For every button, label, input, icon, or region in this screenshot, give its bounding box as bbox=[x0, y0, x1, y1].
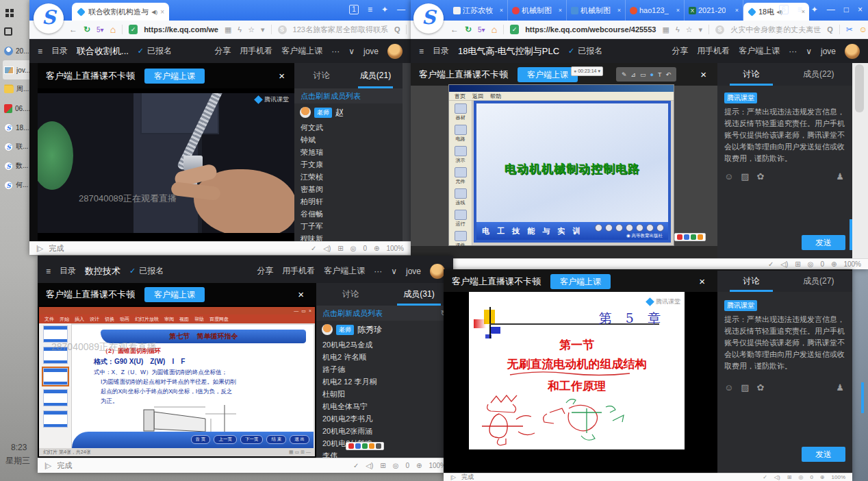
catalog-button[interactable]: 目录 bbox=[60, 265, 76, 277]
zoom-icon[interactable]: ⊕ bbox=[831, 260, 837, 268]
slide-nav-button[interactable]: 下一页 bbox=[240, 435, 264, 444]
browser-tab[interactable]: 机械制图× bbox=[567, 0, 626, 21]
panel-scrollbar[interactable] bbox=[403, 63, 411, 241]
flash-icon[interactable]: ϟ bbox=[676, 25, 680, 34]
username[interactable]: jove bbox=[406, 267, 421, 276]
member-shortcut-icon[interactable]: ♟ bbox=[836, 382, 844, 393]
ppt-ribbon-tab[interactable]: 审阅 bbox=[164, 316, 174, 323]
watch-on-phone-button[interactable]: 用手机看 bbox=[240, 45, 272, 57]
chevron-down-icon[interactable]: ∨ bbox=[348, 47, 355, 56]
image-icon[interactable]: ▨ bbox=[741, 382, 749, 393]
tab-members[interactable]: 成员(22) bbox=[785, 63, 853, 86]
tab-members[interactable]: 成员(31) bbox=[385, 283, 453, 306]
avatar[interactable] bbox=[845, 44, 860, 59]
client-class-button[interactable]: 客户端上课 bbox=[739, 45, 780, 57]
triangle-icon[interactable]: ⊿ bbox=[631, 71, 637, 78]
ppt-ribbon-tab[interactable]: 设计 bbox=[90, 316, 99, 323]
chevron-down-icon[interactable]: ∨ bbox=[391, 267, 397, 276]
reload-icon[interactable]: ↻ bbox=[465, 25, 472, 34]
tab-close-icon[interactable]: × bbox=[617, 7, 621, 14]
slide-thumbnail[interactable] bbox=[43, 389, 68, 406]
repair-kit-icon[interactable]: ⊞ bbox=[795, 260, 800, 268]
security-shield-icon[interactable]: ✓ bbox=[129, 25, 138, 34]
tab-count[interactable]: 1 bbox=[349, 5, 359, 14]
player-buttons[interactable] bbox=[595, 224, 664, 232]
browser-tab[interactable]: hao123_× bbox=[626, 0, 685, 21]
courseware-tool[interactable]: 演示 bbox=[449, 146, 472, 166]
menu-icon[interactable]: ≡ bbox=[368, 5, 372, 14]
sound-icon[interactable]: ◁) bbox=[323, 245, 331, 252]
like-icon[interactable]: ◎ bbox=[393, 462, 399, 469]
flash-icon[interactable]: ϟ bbox=[238, 25, 242, 34]
home-icon[interactable]: ⌂ bbox=[110, 24, 116, 35]
sogou-logo-icon[interactable]: S bbox=[34, 3, 64, 34]
flower-icon[interactable]: ✿ bbox=[757, 382, 765, 393]
tab-discussion[interactable]: 讨论 bbox=[717, 63, 785, 86]
chevron-down-icon[interactable]: ∨ bbox=[806, 47, 812, 56]
ppt-ribbon-tab[interactable]: 幻灯片放映 bbox=[135, 316, 159, 323]
tab-count[interactable]: 6 bbox=[779, 5, 789, 14]
reload-icon[interactable]: ↻ bbox=[84, 25, 90, 34]
ppt-ribbon-tab[interactable]: 开始 bbox=[60, 316, 69, 323]
slide-nav-button[interactable]: 结 束 bbox=[266, 435, 286, 444]
tab-discussion[interactable]: 讨论 bbox=[316, 283, 385, 306]
sound-icon[interactable]: ◁) bbox=[366, 462, 373, 469]
menu-icon[interactable]: ≡ bbox=[797, 5, 802, 14]
catalog-button[interactable]: 目录 bbox=[51, 45, 68, 57]
watch-on-phone-button[interactable]: 用手机看 bbox=[282, 265, 315, 277]
more-icon[interactable]: ··· bbox=[331, 47, 340, 56]
client-class-button[interactable]: 客户端上课 bbox=[324, 265, 365, 277]
banner-close-icon[interactable]: × bbox=[279, 70, 285, 82]
more-icon[interactable]: ··· bbox=[374, 267, 382, 276]
live-video[interactable]: 腾讯课堂 287040089正在观看直播 bbox=[38, 88, 294, 241]
minimize-icon[interactable]: — bbox=[827, 5, 835, 14]
emoji-menu-icon[interactable]: ☺ bbox=[859, 25, 867, 34]
repair-kit-icon[interactable]: ⊞ bbox=[337, 245, 343, 252]
favorite-star-icon[interactable]: ☆ bbox=[686, 25, 693, 34]
like-icon[interactable]: ◎ bbox=[798, 474, 803, 480]
stream-timer-chip[interactable]: ● 00:23:14 ▾ bbox=[571, 66, 603, 76]
menu-icon[interactable]: ≡ bbox=[419, 47, 424, 56]
qr-code-icon[interactable]: ▦ bbox=[662, 25, 669, 34]
annotation-toolbar[interactable]: ✎ ⊿ ▭ ● T ↶ bbox=[616, 67, 676, 82]
url-text[interactable]: https://ke.qq.com/webcourse/425553 bbox=[525, 25, 656, 34]
browser-tab[interactable]: 联合收割机构造与维 ◀) × bbox=[72, 3, 169, 21]
menu-icon[interactable]: ≡ bbox=[38, 47, 42, 56]
courseware-menu-item[interactable]: 首页 bbox=[455, 92, 465, 100]
client-class-cta-button[interactable]: 客户端上课 bbox=[144, 287, 205, 302]
courseware-tool[interactable]: 电路 bbox=[449, 125, 472, 145]
skin-icon[interactable]: ✦ bbox=[381, 5, 388, 14]
favorite-star-icon[interactable]: ☆ bbox=[248, 25, 255, 34]
watch-on-phone-button[interactable]: 用手机看 bbox=[697, 45, 730, 57]
client-class-cta-button[interactable]: 客户端上课 bbox=[518, 67, 578, 82]
tab-close-icon[interactable]: × bbox=[735, 7, 739, 14]
client-class-cta-button[interactable]: 客户端上课 bbox=[144, 69, 205, 84]
tab-close-icon[interactable]: × bbox=[559, 7, 562, 14]
like-icon[interactable]: ◎ bbox=[350, 245, 357, 252]
zoom-level[interactable]: 100% bbox=[832, 474, 845, 480]
zoom-icon[interactable]: ⊕ bbox=[374, 245, 379, 252]
member-shortcut-icon[interactable]: ♟ bbox=[836, 171, 844, 182]
page-scrollbar-thumb[interactable] bbox=[855, 64, 864, 112]
refresh-members-button[interactable]: 点击刷新成员列表 bbox=[294, 88, 403, 103]
more-icon[interactable]: ··· bbox=[789, 47, 797, 56]
zoom-icon[interactable]: ⊕ bbox=[820, 474, 825, 480]
play-icon[interactable]: |▷ bbox=[44, 462, 51, 469]
avatar[interactable] bbox=[430, 264, 445, 279]
send-button[interactable]: 发送 bbox=[802, 235, 845, 250]
url-text[interactable]: https://ke.qq.com/we bbox=[144, 25, 218, 34]
share-button[interactable]: 分享 bbox=[672, 45, 688, 57]
slide-nav-button[interactable]: 首 页 bbox=[191, 435, 211, 444]
pen-icon[interactable]: ✎ bbox=[622, 71, 627, 78]
slide-nav-button[interactable]: 上一页 bbox=[214, 435, 237, 444]
username[interactable]: jove bbox=[363, 47, 379, 56]
slide-thumbnail[interactable] bbox=[43, 325, 68, 343]
security-shield-icon[interactable]: ✓ bbox=[510, 25, 519, 34]
image-icon[interactable]: ▨ bbox=[741, 171, 749, 182]
tab-discussion[interactable]: 讨论 bbox=[717, 271, 785, 292]
search-icon[interactable]: Q bbox=[394, 25, 400, 34]
menu-icon[interactable]: ≡ bbox=[46, 267, 51, 276]
page-check-icon[interactable]: ✓ bbox=[768, 260, 774, 268]
slide-thumbnail-current[interactable] bbox=[43, 368, 68, 385]
browser-tab[interactable]: 机械制图× bbox=[508, 0, 567, 21]
